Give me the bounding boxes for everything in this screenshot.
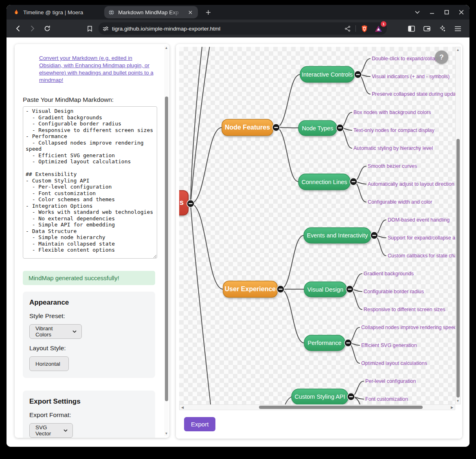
mindmap-leaf-label: Double-click to expand/collapse xyxy=(372,56,443,61)
collapse-button[interactable] xyxy=(272,124,280,131)
markdown-input[interactable]: - Visual Design - Gradient backgrounds -… xyxy=(23,106,157,259)
mindmap-node-node-features[interactable]: Node Features xyxy=(222,119,280,136)
mindmap-leaf-label: Font customization xyxy=(365,396,408,402)
layout-style-select[interactable]: Horizontal xyxy=(29,356,69,371)
minus-icon xyxy=(189,203,193,204)
mindmap-node-events-and-interactivity[interactable]: Events and Interactivity xyxy=(304,228,378,243)
collapse-button[interactable] xyxy=(336,124,344,132)
scrollbar-thumb[interactable] xyxy=(259,406,423,409)
scrollbar-thumb[interactable] xyxy=(456,139,460,398)
sidebar-scrollbar[interactable]: ▲ ▼ xyxy=(164,46,169,436)
mindmap-node-custom-styling-api[interactable]: Custom Styling API xyxy=(292,389,355,404)
mindmap-edge xyxy=(191,127,222,204)
export-format-select[interactable]: SVG Vector xyxy=(29,423,73,438)
minimize-icon[interactable] xyxy=(430,10,434,15)
mindmap-leaf-label: Gradient backgrounds xyxy=(364,271,414,277)
new-tab-button[interactable] xyxy=(203,7,213,18)
minus-icon xyxy=(347,343,350,343)
style-preset-value: Vibrant Colors xyxy=(35,325,68,338)
export-bar: Export xyxy=(176,410,462,439)
mindmap-panel: Double-click to expand/collapseVisual in… xyxy=(176,44,462,439)
svg-text:Visual Design: Visual Design xyxy=(307,286,343,293)
markdown-input-label: Paste Your MindMap Markdown: xyxy=(23,96,160,103)
mindmap-node-connection-lines[interactable]: Connection Lines xyxy=(298,174,357,190)
sidebar-panel: Convert your Markdown (e.g. edited in Ob… xyxy=(15,44,169,438)
url-bar[interactable]: tigra.github.io/simple-mindmap-exporter.… xyxy=(99,22,387,35)
collapse-button[interactable] xyxy=(350,178,357,185)
window-controls xyxy=(415,5,464,20)
collapse-button[interactable] xyxy=(187,200,194,207)
tab-search-icon[interactable] xyxy=(415,11,420,14)
scroll-left-icon[interactable]: ◀ xyxy=(180,405,185,410)
share-icon[interactable] xyxy=(342,24,352,33)
wallet-icon[interactable] xyxy=(421,22,433,35)
svg-text:User Experience: User Experience xyxy=(225,286,276,292)
globe-favicon xyxy=(108,9,114,15)
help-button[interactable]: ? xyxy=(435,51,448,64)
leo-ai-icon[interactable] xyxy=(436,22,448,35)
reload-icon[interactable] xyxy=(42,23,53,34)
mindmap-node-interactive-controls[interactable]: Interactive Controls xyxy=(300,66,362,82)
tab-close-icon[interactable] xyxy=(186,9,194,16)
scroll-up-icon[interactable]: ▲ xyxy=(456,48,460,53)
scroll-down-icon[interactable]: ▼ xyxy=(456,399,460,404)
collapse-button[interactable] xyxy=(347,393,355,400)
mindmap-leaf-label: Text-only nodes for compact display xyxy=(353,127,434,133)
mindmap-vertical-scrollbar[interactable]: ▲ ▼ xyxy=(455,47,461,404)
mindmap-leaf-label: Support for expand/collapse all xyxy=(388,235,455,241)
chevron-down-icon xyxy=(72,330,77,333)
scroll-up-icon[interactable]: ▲ xyxy=(164,46,169,51)
scroll-right-icon[interactable]: ▶ xyxy=(450,405,454,410)
mindmap-node-performance[interactable]: Performance xyxy=(304,335,352,351)
collapse-button[interactable] xyxy=(277,286,284,293)
status-message: MindMap generated successfully! xyxy=(23,271,155,285)
svg-text:s: s xyxy=(180,198,184,206)
tab-moera[interactable]: Timeline @ tigra | Moera xyxy=(7,5,90,20)
divider xyxy=(355,25,356,32)
style-preset-select[interactable]: Vibrant Colors xyxy=(29,324,82,339)
scrollbar-thumb[interactable] xyxy=(165,97,168,401)
tab-bar: Timeline @ tigra | Moera Markdown MindMa… xyxy=(7,5,469,20)
browser-window: Timeline @ tigra | Moera Markdown MindMa… xyxy=(7,5,469,447)
mindmap-viewport[interactable]: Double-click to expand/collapseVisual in… xyxy=(179,47,455,404)
forward-icon[interactable] xyxy=(27,23,38,34)
minus-icon xyxy=(356,74,360,75)
close-window-icon[interactable] xyxy=(459,10,464,15)
mindmap-edge xyxy=(191,47,210,204)
sidebar-toggle-icon[interactable] xyxy=(405,22,417,35)
layout-style-value: Horizontal xyxy=(35,361,60,367)
intro-link[interactable]: Convert your Markdown (e.g. edited in Ob… xyxy=(39,55,155,84)
svg-text:Interactive Controls: Interactive Controls xyxy=(302,71,353,78)
brave-shield-icon[interactable] xyxy=(359,23,370,34)
bookmark-icon[interactable] xyxy=(84,23,95,34)
back-icon[interactable] xyxy=(12,23,24,34)
appearance-title: Appearance xyxy=(29,299,149,307)
export-button[interactable]: Export xyxy=(184,417,215,431)
mindmap-node-node-types[interactable]: Node Types xyxy=(298,121,344,136)
mindmap-node-visual-design[interactable]: Visual Design xyxy=(304,282,353,297)
collapse-button[interactable] xyxy=(344,339,352,347)
url-text[interactable]: tigra.github.io/simple-mindmap-exporter.… xyxy=(112,26,339,32)
scroll-down-icon[interactable]: ▼ xyxy=(164,431,169,436)
mindmap-horizontal-scrollbar[interactable]: ◀ ▶ xyxy=(179,404,455,410)
maximize-icon[interactable] xyxy=(444,10,449,15)
mindmap-node-user-experience[interactable]: User Experience xyxy=(223,281,284,297)
collapse-button[interactable] xyxy=(346,286,353,293)
minus-icon xyxy=(373,235,376,236)
mindmap-leaf-label: Optimized layout calculations xyxy=(361,360,427,366)
collapse-button[interactable] xyxy=(354,71,362,78)
minus-icon xyxy=(349,396,353,397)
svg-text:Node Features: Node Features xyxy=(225,124,270,131)
mindmap-leaf-label: Visual indicators (+ and - symbols) xyxy=(372,74,450,79)
menu-icon[interactable] xyxy=(452,22,464,35)
mindmap-node-root[interactable]: s xyxy=(179,191,194,215)
mindmap-leaf-label: Automatically adjust to layout direction xyxy=(368,181,454,187)
collapse-button[interactable] xyxy=(371,232,378,239)
brave-rewards-icon[interactable]: 1 xyxy=(373,23,384,34)
minus-icon xyxy=(348,289,352,290)
mindmap-canvas[interactable]: Double-click to expand/collapseVisual in… xyxy=(179,47,455,404)
mindmap-leaf-label: Configurable border radius xyxy=(364,289,424,294)
mindmap-leaf-label: Smooth bezier curves xyxy=(368,163,417,169)
tab-mindmap-exporter[interactable]: Markdown MindMap Exp xyxy=(104,6,198,18)
site-settings-icon[interactable] xyxy=(103,26,109,31)
